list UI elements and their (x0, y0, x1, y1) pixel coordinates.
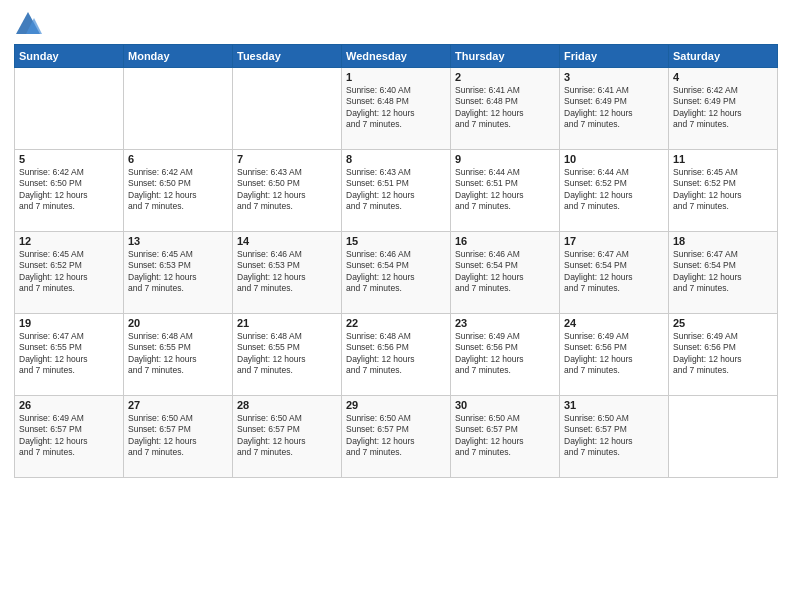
week-row-3: 19Sunrise: 6:47 AM Sunset: 6:55 PM Dayli… (15, 314, 778, 396)
day-number: 10 (564, 153, 664, 165)
day-info: Sunrise: 6:48 AM Sunset: 6:56 PM Dayligh… (346, 331, 446, 377)
day-number: 30 (455, 399, 555, 411)
calendar-cell: 29Sunrise: 6:50 AM Sunset: 6:57 PM Dayli… (342, 396, 451, 478)
calendar-cell: 4Sunrise: 6:42 AM Sunset: 6:49 PM Daylig… (669, 68, 778, 150)
calendar-cell: 16Sunrise: 6:46 AM Sunset: 6:54 PM Dayli… (451, 232, 560, 314)
day-number: 2 (455, 71, 555, 83)
calendar-cell: 22Sunrise: 6:48 AM Sunset: 6:56 PM Dayli… (342, 314, 451, 396)
calendar-cell: 9Sunrise: 6:44 AM Sunset: 6:51 PM Daylig… (451, 150, 560, 232)
day-number: 22 (346, 317, 446, 329)
day-info: Sunrise: 6:42 AM Sunset: 6:50 PM Dayligh… (19, 167, 119, 213)
day-info: Sunrise: 6:45 AM Sunset: 6:53 PM Dayligh… (128, 249, 228, 295)
day-number: 13 (128, 235, 228, 247)
day-number: 5 (19, 153, 119, 165)
day-header-tuesday: Tuesday (233, 45, 342, 68)
day-info: Sunrise: 6:50 AM Sunset: 6:57 PM Dayligh… (564, 413, 664, 459)
header (14, 10, 778, 38)
day-info: Sunrise: 6:43 AM Sunset: 6:51 PM Dayligh… (346, 167, 446, 213)
day-info: Sunrise: 6:44 AM Sunset: 6:52 PM Dayligh… (564, 167, 664, 213)
day-header-sunday: Sunday (15, 45, 124, 68)
calendar-cell: 26Sunrise: 6:49 AM Sunset: 6:57 PM Dayli… (15, 396, 124, 478)
day-info: Sunrise: 6:44 AM Sunset: 6:51 PM Dayligh… (455, 167, 555, 213)
day-info: Sunrise: 6:40 AM Sunset: 6:48 PM Dayligh… (346, 85, 446, 131)
calendar-cell: 13Sunrise: 6:45 AM Sunset: 6:53 PM Dayli… (124, 232, 233, 314)
day-number: 31 (564, 399, 664, 411)
day-info: Sunrise: 6:50 AM Sunset: 6:57 PM Dayligh… (455, 413, 555, 459)
calendar-cell (15, 68, 124, 150)
day-info: Sunrise: 6:50 AM Sunset: 6:57 PM Dayligh… (237, 413, 337, 459)
day-number: 28 (237, 399, 337, 411)
logo-icon (14, 10, 42, 38)
calendar-cell: 3Sunrise: 6:41 AM Sunset: 6:49 PM Daylig… (560, 68, 669, 150)
calendar-cell: 23Sunrise: 6:49 AM Sunset: 6:56 PM Dayli… (451, 314, 560, 396)
calendar-cell: 25Sunrise: 6:49 AM Sunset: 6:56 PM Dayli… (669, 314, 778, 396)
day-info: Sunrise: 6:41 AM Sunset: 6:48 PM Dayligh… (455, 85, 555, 131)
day-header-saturday: Saturday (669, 45, 778, 68)
day-info: Sunrise: 6:43 AM Sunset: 6:50 PM Dayligh… (237, 167, 337, 213)
calendar-cell (233, 68, 342, 150)
day-header-thursday: Thursday (451, 45, 560, 68)
day-number: 19 (19, 317, 119, 329)
day-number: 9 (455, 153, 555, 165)
day-header-wednesday: Wednesday (342, 45, 451, 68)
calendar-cell: 10Sunrise: 6:44 AM Sunset: 6:52 PM Dayli… (560, 150, 669, 232)
calendar-cell: 14Sunrise: 6:46 AM Sunset: 6:53 PM Dayli… (233, 232, 342, 314)
day-number: 29 (346, 399, 446, 411)
calendar-cell: 19Sunrise: 6:47 AM Sunset: 6:55 PM Dayli… (15, 314, 124, 396)
day-info: Sunrise: 6:49 AM Sunset: 6:56 PM Dayligh… (455, 331, 555, 377)
day-number: 16 (455, 235, 555, 247)
calendar-cell: 28Sunrise: 6:50 AM Sunset: 6:57 PM Dayli… (233, 396, 342, 478)
day-number: 21 (237, 317, 337, 329)
calendar-cell (124, 68, 233, 150)
calendar-cell: 31Sunrise: 6:50 AM Sunset: 6:57 PM Dayli… (560, 396, 669, 478)
day-header-friday: Friday (560, 45, 669, 68)
calendar-cell: 21Sunrise: 6:48 AM Sunset: 6:55 PM Dayli… (233, 314, 342, 396)
day-info: Sunrise: 6:41 AM Sunset: 6:49 PM Dayligh… (564, 85, 664, 131)
calendar-cell: 11Sunrise: 6:45 AM Sunset: 6:52 PM Dayli… (669, 150, 778, 232)
day-number: 14 (237, 235, 337, 247)
day-number: 25 (673, 317, 773, 329)
day-number: 23 (455, 317, 555, 329)
week-row-2: 12Sunrise: 6:45 AM Sunset: 6:52 PM Dayli… (15, 232, 778, 314)
calendar-cell: 2Sunrise: 6:41 AM Sunset: 6:48 PM Daylig… (451, 68, 560, 150)
day-number: 6 (128, 153, 228, 165)
day-info: Sunrise: 6:48 AM Sunset: 6:55 PM Dayligh… (237, 331, 337, 377)
calendar-cell: 12Sunrise: 6:45 AM Sunset: 6:52 PM Dayli… (15, 232, 124, 314)
calendar-cell: 15Sunrise: 6:46 AM Sunset: 6:54 PM Dayli… (342, 232, 451, 314)
day-header-monday: Monday (124, 45, 233, 68)
week-row-4: 26Sunrise: 6:49 AM Sunset: 6:57 PM Dayli… (15, 396, 778, 478)
calendar-cell: 18Sunrise: 6:47 AM Sunset: 6:54 PM Dayli… (669, 232, 778, 314)
day-number: 4 (673, 71, 773, 83)
calendar-cell: 5Sunrise: 6:42 AM Sunset: 6:50 PM Daylig… (15, 150, 124, 232)
day-info: Sunrise: 6:47 AM Sunset: 6:55 PM Dayligh… (19, 331, 119, 377)
day-info: Sunrise: 6:49 AM Sunset: 6:56 PM Dayligh… (673, 331, 773, 377)
day-number: 20 (128, 317, 228, 329)
calendar-table: SundayMondayTuesdayWednesdayThursdayFrid… (14, 44, 778, 478)
day-info: Sunrise: 6:50 AM Sunset: 6:57 PM Dayligh… (346, 413, 446, 459)
calendar-cell: 6Sunrise: 6:42 AM Sunset: 6:50 PM Daylig… (124, 150, 233, 232)
day-number: 18 (673, 235, 773, 247)
calendar-cell: 20Sunrise: 6:48 AM Sunset: 6:55 PM Dayli… (124, 314, 233, 396)
day-number: 11 (673, 153, 773, 165)
day-number: 3 (564, 71, 664, 83)
header-row: SundayMondayTuesdayWednesdayThursdayFrid… (15, 45, 778, 68)
week-row-0: 1Sunrise: 6:40 AM Sunset: 6:48 PM Daylig… (15, 68, 778, 150)
calendar-cell: 8Sunrise: 6:43 AM Sunset: 6:51 PM Daylig… (342, 150, 451, 232)
day-info: Sunrise: 6:47 AM Sunset: 6:54 PM Dayligh… (564, 249, 664, 295)
calendar-cell: 1Sunrise: 6:40 AM Sunset: 6:48 PM Daylig… (342, 68, 451, 150)
day-info: Sunrise: 6:46 AM Sunset: 6:53 PM Dayligh… (237, 249, 337, 295)
day-info: Sunrise: 6:46 AM Sunset: 6:54 PM Dayligh… (455, 249, 555, 295)
calendar-cell: 27Sunrise: 6:50 AM Sunset: 6:57 PM Dayli… (124, 396, 233, 478)
week-row-1: 5Sunrise: 6:42 AM Sunset: 6:50 PM Daylig… (15, 150, 778, 232)
day-number: 7 (237, 153, 337, 165)
day-info: Sunrise: 6:49 AM Sunset: 6:57 PM Dayligh… (19, 413, 119, 459)
day-info: Sunrise: 6:50 AM Sunset: 6:57 PM Dayligh… (128, 413, 228, 459)
day-info: Sunrise: 6:46 AM Sunset: 6:54 PM Dayligh… (346, 249, 446, 295)
calendar-cell: 17Sunrise: 6:47 AM Sunset: 6:54 PM Dayli… (560, 232, 669, 314)
day-info: Sunrise: 6:48 AM Sunset: 6:55 PM Dayligh… (128, 331, 228, 377)
day-info: Sunrise: 6:45 AM Sunset: 6:52 PM Dayligh… (673, 167, 773, 213)
day-number: 12 (19, 235, 119, 247)
calendar-cell: 7Sunrise: 6:43 AM Sunset: 6:50 PM Daylig… (233, 150, 342, 232)
day-number: 26 (19, 399, 119, 411)
day-number: 17 (564, 235, 664, 247)
